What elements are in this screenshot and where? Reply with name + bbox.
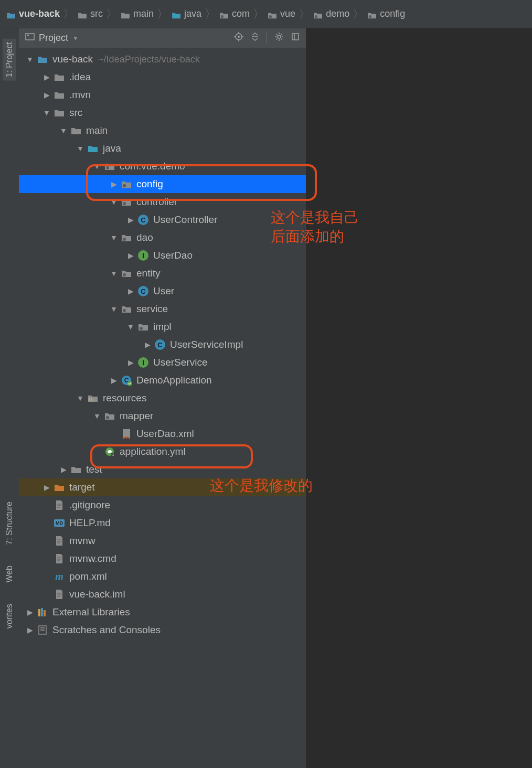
expand-arrow-right-icon[interactable]: ▶ xyxy=(42,91,51,99)
class-i-icon: I xyxy=(137,250,149,261)
breadcrumb-item-demo[interactable]: demo xyxy=(311,8,352,19)
expand-arrow-down-icon[interactable]: ▼ xyxy=(109,233,119,242)
tree-node-resources[interactable]: ▼resources xyxy=(19,389,306,407)
expand-arrow-down-icon[interactable]: ▼ xyxy=(109,305,119,313)
breadcrumb-label: demo xyxy=(326,8,349,19)
folder-icon xyxy=(172,10,181,18)
gutter-tab-favorites[interactable]: vorites xyxy=(3,601,16,632)
tree-node-pom-xml[interactable]: mpom.xml xyxy=(19,568,306,585)
tree-node-help-md[interactable]: MDHELP.md xyxy=(19,514,306,532)
svg-point-1 xyxy=(221,15,224,18)
folder-icon xyxy=(121,10,130,18)
breadcrumb-item-java[interactable]: java xyxy=(169,8,204,19)
tree-node-target[interactable]: ▶target xyxy=(19,478,306,496)
tree-label: mvnw.cmd xyxy=(69,553,116,564)
libs-icon xyxy=(37,606,48,618)
gutter-tab-web[interactable]: Web xyxy=(3,562,16,586)
tree-label: .gitignore xyxy=(69,499,110,511)
tree-node-userdao[interactable]: ▶IUserDao xyxy=(19,247,306,264)
tree-node--gitignore[interactable]: .gitignore xyxy=(19,496,306,514)
expand-arrow-right-icon[interactable]: ▶ xyxy=(126,287,135,295)
gear-icon[interactable] xyxy=(274,32,284,44)
tree-node-mvnw-cmd[interactable]: mvnw.cmd xyxy=(19,550,306,568)
expand-arrow-right-icon[interactable]: ▶ xyxy=(126,251,135,260)
expand-arrow-down-icon[interactable]: ▼ xyxy=(25,55,35,63)
tree-node-external-libraries[interactable]: ▶External Libraries xyxy=(19,603,306,621)
chevron-right-icon: 〉 xyxy=(205,6,216,22)
tree-node--idea[interactable]: ▶.idea xyxy=(19,68,306,86)
tree-node-config[interactable]: ▶config xyxy=(19,175,306,193)
tree-label: entity xyxy=(136,268,160,279)
tree-node-mapper[interactable]: ▼mapper xyxy=(19,407,306,425)
class-c-icon: C xyxy=(137,214,149,226)
expand-arrow-down-icon[interactable]: ▼ xyxy=(109,198,119,206)
tree-node-service[interactable]: ▼service xyxy=(19,300,306,318)
folder-icon xyxy=(313,10,323,18)
breadcrumb-label: vue xyxy=(280,8,295,19)
tree-node-application-yml[interactable]: application.yml xyxy=(19,443,306,461)
expand-arrow-right-icon[interactable]: ▶ xyxy=(42,483,51,492)
tree-node-test[interactable]: ▶test xyxy=(19,461,306,478)
tree-node-vue-back[interactable]: ▼vue-back~/IdeaProjects/vue-back xyxy=(19,50,306,68)
tree-node-scratches-and-consoles[interactable]: ▶Scratches and Consoles xyxy=(19,621,306,639)
tree-label: resources xyxy=(103,392,146,404)
tree-node-entity[interactable]: ▼entity xyxy=(19,264,306,282)
breadcrumb-item-vue[interactable]: vue xyxy=(265,8,297,19)
gutter-tab-structure[interactable]: 7: Structure xyxy=(3,498,16,548)
tree-label: controller xyxy=(136,196,177,208)
expand-arrow-right-icon[interactable]: ▶ xyxy=(109,180,119,188)
expand-arrow-right-icon[interactable]: ▶ xyxy=(59,465,68,474)
breadcrumb-item-config[interactable]: config xyxy=(365,8,407,19)
collapse-icon[interactable] xyxy=(251,32,259,44)
breadcrumb-item-src[interactable]: src xyxy=(76,8,105,19)
tree-node-impl[interactable]: ▼impl xyxy=(19,318,306,336)
expand-arrow-down-icon[interactable]: ▼ xyxy=(76,394,85,402)
dropdown-arrow-icon[interactable]: ▼ xyxy=(72,35,79,42)
tree-node-java[interactable]: ▼java xyxy=(19,140,306,157)
expand-arrow-right-icon[interactable]: ▶ xyxy=(25,626,35,634)
tree-node-src[interactable]: ▼src xyxy=(19,104,306,122)
expand-arrow-down-icon[interactable]: ▼ xyxy=(109,269,119,278)
folder-gray-icon xyxy=(70,125,82,136)
tree-label: target xyxy=(69,482,95,493)
hide-icon[interactable] xyxy=(291,33,300,44)
breadcrumb-item-vue-back[interactable]: vue-back xyxy=(4,8,62,19)
expand-arrow-down-icon[interactable]: ▼ xyxy=(126,323,135,331)
breadcrumb-item-com[interactable]: com xyxy=(217,8,252,19)
locate-icon[interactable] xyxy=(234,32,243,44)
tree-node-main[interactable]: ▼main xyxy=(19,122,306,140)
tree-node-userdao-xml[interactable]: </>UserDao.xml xyxy=(19,425,306,443)
expand-arrow-right-icon[interactable]: ▶ xyxy=(126,216,135,224)
project-tree[interactable]: ▼vue-back~/IdeaProjects/vue-back▶.idea▶.… xyxy=(19,48,306,768)
tree-node-controller[interactable]: ▼controller xyxy=(19,193,306,211)
expand-arrow-right-icon[interactable]: ▶ xyxy=(25,608,35,616)
tree-node-vue-back-iml[interactable]: vue-back.iml xyxy=(19,585,306,603)
breadcrumb-item-main[interactable]: main xyxy=(119,8,156,19)
tree-node-user[interactable]: ▶CUser xyxy=(19,282,306,300)
expand-arrow-right-icon[interactable]: ▶ xyxy=(109,376,119,385)
chevron-right-icon: 〉 xyxy=(299,6,310,22)
tree-node-mvnw[interactable]: mvnw xyxy=(19,532,306,550)
md-icon: MD xyxy=(54,517,65,529)
chevron-right-icon: 〉 xyxy=(63,6,75,22)
panel-title: Project xyxy=(39,33,68,44)
expand-arrow-down-icon[interactable]: ▼ xyxy=(59,126,68,135)
expand-arrow-down-icon[interactable]: ▼ xyxy=(92,412,102,420)
expand-arrow-down-icon[interactable]: ▼ xyxy=(76,144,85,153)
tree-node-userservice[interactable]: ▶IUserService xyxy=(19,354,306,371)
tree-node-demoapplication[interactable]: ▶CDemoApplication xyxy=(19,371,306,389)
expand-arrow-right-icon[interactable]: ▶ xyxy=(143,340,152,349)
expand-arrow-right-icon[interactable]: ▶ xyxy=(126,358,135,367)
expand-arrow-down-icon[interactable]: ▼ xyxy=(92,162,102,170)
tree-node-dao[interactable]: ▼dao xyxy=(19,229,306,247)
gutter-tab-project[interactable]: 1: Project xyxy=(3,39,16,81)
folder-icon xyxy=(6,10,16,18)
expand-arrow-down-icon[interactable]: ▼ xyxy=(42,109,51,117)
tree-label: com.vue.demo xyxy=(120,161,185,172)
svg-rect-6 xyxy=(27,35,29,36)
expand-arrow-right-icon[interactable]: ▶ xyxy=(42,73,51,81)
tree-node-com-vue-demo[interactable]: ▼com.vue.demo xyxy=(19,157,306,175)
tree-node--mvn[interactable]: ▶.mvn xyxy=(19,86,306,104)
tree-node-usercontroller[interactable]: ▶CUserController xyxy=(19,211,306,229)
tree-node-userserviceimpl[interactable]: ▶CUserServiceImpl xyxy=(19,336,306,354)
